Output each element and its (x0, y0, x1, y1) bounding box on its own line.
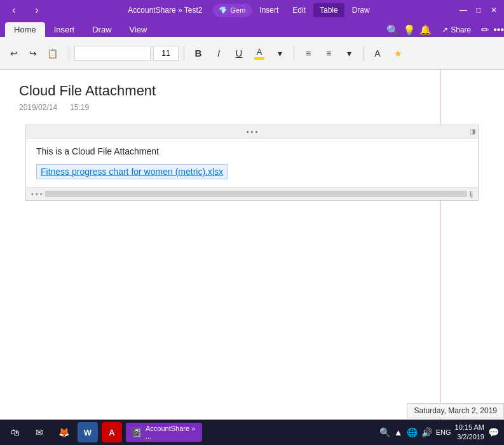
highlight-color-btn[interactable]: A (250, 44, 268, 62)
onenote-label: AccountShare » ... (146, 425, 197, 440)
highlight-strip (254, 57, 264, 60)
up-arrow-btn[interactable]: ▲ (394, 427, 403, 437)
network-icon[interactable]: 🌐 (407, 427, 418, 437)
note-text: This is a Cloud File Attachment (36, 146, 468, 156)
redo-btn[interactable]: ↪ (24, 44, 42, 62)
pen-btn[interactable]: ✏ (481, 24, 489, 36)
taskbar: 🛍 ✉ 🦊 W A 📓 AccountShare » ... 🔍 ▲ 🌐 🔊 E… (0, 420, 504, 445)
share-icon: ↗ (442, 25, 448, 34)
divider-3 (294, 46, 294, 61)
close-btn[interactable]: ✕ (489, 5, 499, 15)
ribbon-tabs: Home Insert Draw View 🔍 💡 🔔 ↗ Share ✏ ••… (0, 20, 504, 37)
maximize-btn[interactable]: □ (473, 5, 484, 15)
clock-time: 10:15 AM (455, 423, 484, 432)
footer-dots: • • • (31, 190, 43, 198)
edit-tab[interactable]: Edit (286, 3, 312, 17)
note-block-content: This is a Cloud File Attachment Fitness … (26, 139, 478, 187)
tab-insert[interactable]: Insert (45, 22, 84, 37)
store-app-btn[interactable]: 🛍 (5, 422, 25, 442)
draw-tab[interactable]: Draw (346, 3, 376, 17)
text-highlight-btn[interactable]: A (369, 44, 386, 62)
title-bar-left: ‹ › (5, 1, 46, 19)
highlight-indicator: A (254, 47, 264, 60)
forward-btn[interactable]: › (28, 1, 46, 19)
more-btn[interactable]: ••• (493, 24, 504, 36)
back-btn[interactable]: ‹ (5, 1, 23, 19)
tab-view[interactable]: View (121, 22, 156, 37)
insert-tab[interactable]: Insert (253, 3, 285, 17)
divider-4 (363, 46, 364, 61)
search-taskbar-btn[interactable]: 🔍 (379, 427, 390, 437)
adobe-btn[interactable]: A (102, 422, 122, 442)
highlight-dropdown-btn[interactable]: ▾ (271, 44, 289, 62)
taskbar-right: 🔍 ▲ 🌐 🔊 ENG 10:15 AM 3/2/2019 💬 (379, 423, 499, 442)
italic-btn[interactable]: I (210, 44, 228, 62)
search-btn[interactable]: 🔍 (386, 24, 399, 36)
gem-tab[interactable]: 💎 Gem (212, 4, 252, 17)
title-bar-tabs: 💎 Gem Insert Edit Table Draw (212, 3, 376, 17)
speaker-icon[interactable]: 🔊 (421, 427, 432, 437)
onenote-icon: 📓 (131, 427, 142, 437)
mail-app-btn[interactable]: ✉ (29, 422, 50, 442)
firefox-btn[interactable]: 🦊 (53, 422, 74, 442)
onenote-taskbar-btn[interactable]: 📓 AccountShare » ... (126, 423, 202, 442)
file-attachment-link[interactable]: Fitness progress chart for women (metric… (36, 164, 228, 179)
divider-2 (184, 46, 184, 61)
block-resize-handle[interactable]: ◨ (470, 128, 475, 135)
divider-1 (69, 46, 69, 61)
note-title: Cloud File Attachment (19, 83, 485, 99)
share-button[interactable]: ↗ Share (435, 23, 477, 37)
bold-btn[interactable]: B (189, 44, 207, 62)
tab-draw[interactable]: Draw (83, 22, 120, 37)
list-dropdown-btn[interactable]: ▾ (340, 44, 358, 62)
note-block-footer: • • • lj (26, 187, 478, 200)
star-btn[interactable]: ★ (389, 44, 407, 62)
clipboard-btn[interactable]: 📋 (43, 44, 61, 62)
numbered-list-btn[interactable]: ≡ (320, 44, 337, 62)
title-bar: ‹ › AccountShare » Test2 💎 Gem Insert Ed… (0, 0, 504, 20)
notifications-btn[interactable]: 🔔 (419, 24, 432, 36)
main-content: Cloud File Attachment 2019/02/14 15:19 •… (0, 70, 504, 420)
note-time-value: 15:19 (70, 103, 89, 112)
table-tab[interactable]: Table (313, 3, 344, 17)
app-title: AccountShare » Test2 (128, 6, 202, 15)
title-bar-controls: — □ ✕ (458, 5, 499, 15)
block-dots-top: • • • (247, 128, 258, 135)
page-container: Cloud File Attachment 2019/02/14 15:19 •… (0, 70, 504, 420)
minimize-btn[interactable]: — (458, 5, 468, 15)
footer-letter: lj (470, 190, 473, 198)
tab-home[interactable]: Home (5, 22, 45, 37)
taskbar-clock[interactable]: 10:15 AM 3/2/2019 (455, 423, 484, 442)
bullet-list-btn[interactable]: ≡ (299, 44, 317, 62)
footer-progress-bar (45, 191, 467, 197)
underline-btn[interactable]: U (230, 44, 248, 62)
toolbar-right-actions: 🔍 💡 🔔 ↗ Share ✏ ••• (386, 23, 504, 37)
font-name-input[interactable] (74, 46, 151, 61)
date-tooltip: Saturday, March 2, 2019 (407, 403, 504, 418)
undo-btn[interactable]: ↩ (5, 44, 23, 62)
note-block: • • • ◨ This is a Cloud File Attachment … (25, 125, 479, 201)
language-label[interactable]: ENG (436, 428, 451, 436)
note-date-value: 2019/02/14 (19, 103, 57, 112)
clock-date: 3/2/2019 (455, 432, 484, 442)
font-size-input[interactable] (153, 46, 179, 61)
note-block-header: • • • ◨ (26, 125, 478, 139)
margin-line (440, 70, 440, 420)
lightbulb-btn[interactable]: 💡 (403, 24, 416, 36)
taskbar-left: 🛍 ✉ 🦊 W A 📓 AccountShare » ... (5, 422, 202, 442)
note-date: 2019/02/14 15:19 (19, 103, 485, 112)
notification-center-btn[interactable]: 💬 (488, 427, 499, 437)
word-btn[interactable]: W (78, 422, 98, 442)
ribbon-toolbar: ↩ ↪ 📋 B I U A ▾ ≡ ≡ ▾ A ★ (0, 37, 504, 70)
quick-access: ↩ ↪ 📋 (5, 44, 61, 62)
